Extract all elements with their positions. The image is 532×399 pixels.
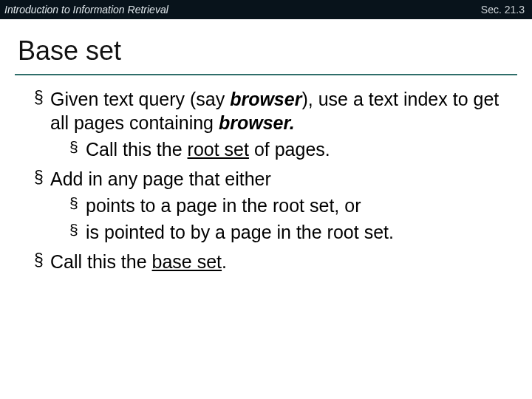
text: . [222,251,227,272]
list-item: is pointed to by a page in the root set. [69,220,511,244]
header-bar: Introduction to Information Retrieval Se… [0,0,532,19]
keyword-browser: browser [230,89,301,109]
text: is pointed to by a page in the root set. [86,222,394,242]
sub-list: Call this the root set of pages. [50,137,511,161]
text: Given text query (say [50,89,230,109]
text: Call this the [50,251,152,272]
text: Add in any page that either [50,168,271,189]
list-item: Add in any page that either points to a … [34,167,511,244]
section-label: Sec. 21.3 [481,4,525,16]
list-item: Given text query (say browser), use a te… [34,87,511,161]
content-area: Given text query (say browser), use a te… [0,75,532,273]
bullet-list: Given text query (say browser), use a te… [21,87,511,273]
list-item: Call this the base set. [34,250,511,273]
term-base-set: base set [152,251,222,272]
term-root-set: root set [188,139,249,160]
list-item: Call this the root set of pages. [69,137,511,161]
text: Call this the [86,139,188,160]
slide-title: Base set [18,35,517,66]
course-label: Introduction to Information Retrieval [4,4,168,16]
text: of pages. [249,139,330,160]
sub-list: points to a page in the root set, or is … [50,194,511,244]
list-item: points to a page in the root set, or [69,194,511,217]
title-area: Base set [0,19,532,71]
text: points to a page in the root set, or [86,195,361,216]
keyword-browser: browser. [219,112,295,133]
